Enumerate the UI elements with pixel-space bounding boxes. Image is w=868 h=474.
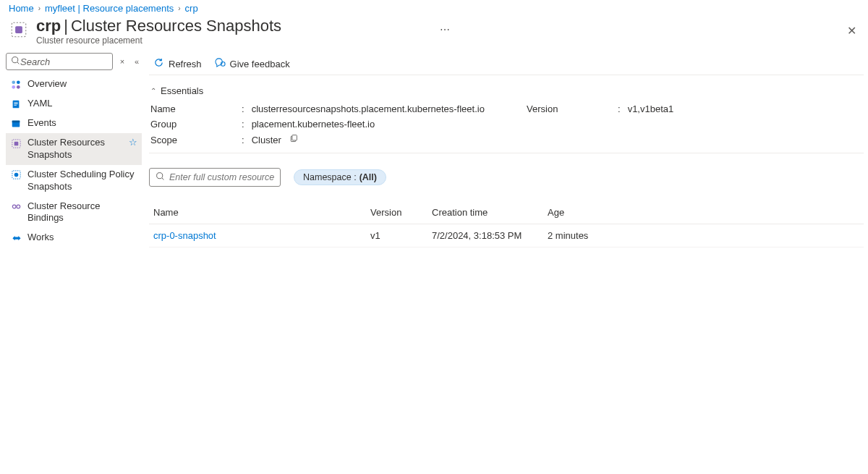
document-icon: [10, 98, 22, 110]
essentials-group-row: Group : placement.kubernetes-fleet.io: [150, 119, 498, 130]
search-icon: [156, 172, 165, 183]
namespace-filter-pill[interactable]: Namespace : (All): [294, 169, 386, 185]
svg-point-17: [14, 173, 18, 177]
refresh-icon: [153, 57, 164, 70]
namespace-filter-label: Namespace :: [303, 172, 357, 182]
resource-link[interactable]: crp-0-snapshot: [153, 230, 216, 241]
title-resource-name: crp: [36, 17, 61, 35]
svg-line-3: [17, 62, 19, 64]
resource-icon: [9, 20, 29, 40]
sidebar-search-field[interactable]: [20, 56, 108, 67]
page-header: crp | Cluster Resources Snapshots Cluste…: [0, 15, 868, 53]
svg-line-24: [162, 178, 163, 179]
copy-icon[interactable]: [289, 134, 298, 145]
essentials-scope-label: Scope: [150, 135, 237, 145]
column-header-name[interactable]: Name: [149, 201, 366, 224]
svg-rect-13: [12, 121, 20, 123]
svg-rect-22: [292, 135, 297, 140]
chevron-right-icon: ›: [38, 4, 41, 12]
feedback-label: Give feedback: [230, 59, 290, 69]
refresh-label: Refresh: [169, 59, 202, 69]
sidebar-label-policy-snapshots: Cluster Scheduling Policy Snapshots: [27, 169, 137, 193]
breadcrumb: Home › myfleet | Resource placements › c…: [0, 0, 868, 15]
bindings-icon: [10, 201, 22, 213]
resources-table: Name Version Creation time Age crp-0-sna…: [149, 201, 864, 247]
essentials-scope-row: Scope : Cluster: [150, 134, 498, 145]
give-feedback-button[interactable]: Give feedback: [215, 57, 290, 70]
title-separator: |: [64, 17, 68, 35]
more-actions-button[interactable]: ⋯: [440, 24, 450, 35]
namespace-filter-value: (All): [359, 172, 377, 182]
sidebar: × « Overview YAML Events: [0, 53, 145, 474]
essentials-name-value: clusterresourcesnapshots.placement.kuber…: [252, 103, 485, 114]
svg-point-18: [12, 205, 16, 208]
resource-search-field[interactable]: [169, 172, 274, 182]
svg-rect-11: [14, 105, 17, 106]
sidebar-item-yaml[interactable]: YAML: [6, 94, 142, 114]
breadcrumb-home[interactable]: Home: [9, 3, 34, 14]
favorite-icon[interactable]: ☆: [129, 137, 137, 149]
sidebar-pin-button[interactable]: ×: [117, 57, 127, 66]
overview-icon: [10, 79, 22, 90]
essentials-group-value: placement.kubernetes-fleet.io: [252, 119, 375, 130]
chevron-up-icon: ⌃: [150, 87, 156, 95]
page-subtitle: Cluster resource placement: [36, 35, 431, 46]
svg-rect-9: [14, 102, 17, 103]
sidebar-label-snapshots: Cluster Resources Snapshots: [27, 137, 120, 161]
refresh-button[interactable]: Refresh: [153, 57, 202, 70]
sidebar-label-events: Events: [27, 117, 137, 130]
works-icon: [10, 232, 22, 244]
sidebar-item-cluster-scheduling-policy-snapshots[interactable]: Cluster Scheduling Policy Snapshots: [6, 165, 142, 197]
svg-point-7: [16, 85, 20, 88]
sidebar-item-overview[interactable]: Overview: [6, 75, 142, 94]
sidebar-collapse-button[interactable]: «: [132, 57, 142, 66]
column-header-version[interactable]: Version: [366, 201, 427, 224]
essentials-toggle[interactable]: ⌃ Essentials: [149, 85, 864, 96]
essentials-group-label: Group: [150, 119, 237, 130]
snapshot-icon: [10, 137, 22, 149]
column-header-age[interactable]: Age: [543, 201, 864, 224]
policy-icon: [10, 169, 22, 181]
title-page-name: Cluster Resources Snapshots: [71, 17, 281, 35]
essentials-title: Essentials: [161, 85, 203, 96]
sidebar-item-cluster-resource-bindings[interactable]: Cluster Resource Bindings: [6, 197, 142, 229]
breadcrumb-fleet[interactable]: myfleet | Resource placements: [45, 3, 174, 14]
sidebar-label-bindings: Cluster Resource Bindings: [27, 200, 137, 225]
table-row[interactable]: crp-0-snapshot v1 7/2/2024, 3:18:53 PM 2…: [149, 224, 864, 247]
essentials-name-row: Name : clusterresourcesnapshots.placemen…: [150, 103, 498, 114]
essentials-version-value: v1,v1beta1: [628, 103, 674, 114]
svg-point-6: [12, 85, 15, 88]
essentials-name-label: Name: [150, 103, 237, 114]
breadcrumb-crp[interactable]: crp: [185, 3, 198, 14]
chevron-right-icon: ›: [178, 4, 180, 12]
sidebar-label-yaml: YAML: [27, 98, 137, 110]
sidebar-search-input[interactable]: [6, 53, 113, 70]
sidebar-label-works: Works: [27, 232, 137, 244]
events-icon: [10, 118, 22, 130]
sidebar-nav: Overview YAML Events Cluster Resources S…: [6, 75, 142, 247]
sidebar-label-overview: Overview: [27, 78, 137, 90]
sidebar-item-works[interactable]: Works: [6, 228, 142, 247]
column-header-creation-time[interactable]: Creation time: [427, 201, 543, 224]
cell-age: 2 minutes: [543, 224, 864, 247]
search-icon: [11, 56, 20, 67]
essentials-version-label: Version: [527, 103, 613, 114]
svg-point-2: [12, 57, 18, 63]
svg-point-23: [157, 173, 163, 179]
essentials-section: ⌃ Essentials Name : clusterresourcesnaps…: [149, 75, 864, 153]
svg-rect-1: [15, 26, 22, 33]
essentials-scope-value: Cluster: [252, 135, 281, 145]
resource-search-input[interactable]: [149, 168, 281, 187]
sidebar-item-events[interactable]: Events: [6, 114, 142, 133]
page-title: crp | Cluster Resources Snapshots: [36, 17, 431, 35]
toolbar: Refresh Give feedback: [149, 53, 864, 75]
svg-point-5: [16, 80, 20, 84]
svg-point-4: [12, 80, 15, 84]
feedback-icon: [215, 57, 226, 70]
essentials-version-row: Version : v1,v1beta1: [527, 103, 673, 114]
main-content: Refresh Give feedback ⌃ Essentials Name …: [145, 53, 868, 474]
cell-creation-time: 7/2/2024, 3:18:53 PM: [427, 224, 543, 247]
close-button[interactable]: ✕: [844, 21, 859, 41]
svg-point-19: [16, 205, 20, 208]
sidebar-item-cluster-resources-snapshots[interactable]: Cluster Resources Snapshots ☆: [6, 133, 142, 165]
